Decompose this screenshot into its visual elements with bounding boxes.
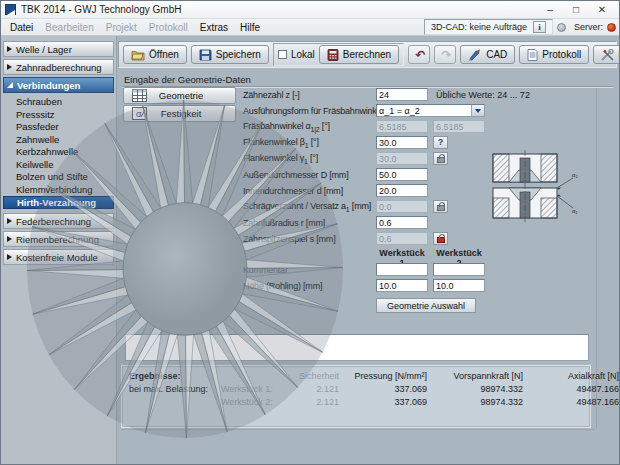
alpha2-label: α₂: [572, 172, 578, 178]
chevron-right-icon: [7, 254, 12, 260]
sidebar-item-schrauben[interactable]: Schrauben: [3, 96, 114, 109]
calc-group: Lokal Berechnen: [273, 43, 404, 66]
inner-diameter-input[interactable]: [376, 184, 428, 197]
sidebar: Welle / Lager Zahnradberechnung Verbindu…: [1, 36, 117, 464]
workpiece1-axial: 49487.166: [523, 384, 619, 394]
chevron-right-icon: [7, 218, 12, 224]
cad-led-icon: [557, 23, 566, 32]
open-button[interactable]: Öffnen: [123, 45, 187, 64]
cad-button[interactable]: CAD: [460, 45, 515, 64]
results-panel: Ergebnisse: Sicherheit Pressung [N/mm²] …: [122, 366, 590, 427]
height-input-2[interactable]: [433, 279, 485, 292]
app-icon: [5, 4, 16, 15]
toolbar: Öffnen Speichern Lokal Berechnen ↶ ↷: [118, 41, 617, 68]
pressure-header: Pressung [N/mm²]: [339, 371, 427, 381]
sidebar-item-hirth-verzahnung[interactable]: Hirth-Verzahnung: [3, 196, 114, 209]
panel-edge: [121, 429, 595, 430]
close-button[interactable]: ✕: [589, 2, 615, 18]
menu-protokoll: Protokoll: [143, 21, 194, 34]
lock-button[interactable]: [433, 152, 448, 165]
minimize-button[interactable]: –: [537, 2, 563, 18]
load-case-label: bei max. Belastung:: [129, 384, 221, 394]
geometry-tab-button[interactable]: Geometrie: [123, 87, 236, 104]
svg-text:σ: σ: [136, 109, 142, 119]
lock-icon: [437, 157, 445, 163]
workpiece2-safety: 2.121: [291, 397, 339, 407]
coupling-cross-section-drawing: α₂ α₁: [489, 150, 581, 238]
protocol-button[interactable]: Protokoll: [519, 45, 589, 64]
sidebar-section-verbindungen[interactable]: Verbindungen: [3, 77, 114, 93]
local-checkbox[interactable]: [278, 50, 287, 59]
comment-label: Kommentar: [243, 265, 376, 275]
redo-button: ↷: [434, 45, 456, 64]
execution-form-select[interactable]: α_1 = α_2: [376, 104, 485, 117]
menu-datei[interactable]: Datei: [4, 21, 39, 34]
info-icon[interactable]: i: [533, 21, 546, 33]
open-folder-icon: [131, 49, 145, 61]
height-label: Höhe (Rohling) [mm]: [243, 281, 376, 291]
sidebar-section-federberechnung[interactable]: Federberechnung: [3, 213, 114, 229]
sidebar-item-klemmverbindung[interactable]: Klemmverbindung: [3, 184, 114, 197]
sidebar-item-keilwelle[interactable]: Keilwelle: [3, 159, 114, 172]
lock-button-locked[interactable]: [433, 232, 448, 245]
sidebar-section-zahnradberechnung[interactable]: Zahnradberechnung: [3, 59, 114, 75]
menu-projekt: Projekt: [100, 21, 143, 34]
document-icon: [527, 49, 538, 61]
verbindungen-items: Schrauben Presssitz Passfeder Zahnwelle …: [3, 96, 114, 209]
sidebar-item-kerbzahnwelle[interactable]: Kerbzahnwelle: [3, 146, 114, 159]
sidebar-item-zahnwelle[interactable]: Zahnwelle: [3, 134, 114, 147]
flank-gamma-label: Flankenwinkel γ1 [°]: [243, 153, 376, 165]
chevron-expanded-icon: [7, 82, 13, 88]
maximize-button[interactable]: □: [563, 2, 589, 18]
menu-hilfe[interactable]: Hilfe: [234, 21, 266, 34]
save-button[interactable]: Speichern: [191, 45, 269, 64]
row-flank-beta: Flankenwinkel β1 [°] ?: [243, 136, 611, 149]
dropdown-arrow-icon[interactable]: [471, 105, 484, 116]
comment-input-1[interactable]: [376, 263, 428, 276]
root-radius-input[interactable]: [376, 216, 428, 229]
sidebar-item-presssitz[interactable]: Presssitz: [3, 109, 114, 122]
sidebar-section-riemenberechnung[interactable]: Riemenberechnung: [3, 231, 114, 247]
comment-input-2[interactable]: [433, 263, 485, 276]
sidebar-item-bolzen-und-stifte[interactable]: Bolzen und Stifte: [3, 171, 114, 184]
axial-header: Axialkraft [N]: [523, 371, 619, 381]
mill-angle-label: Fräsbahnwinkel α1|2 [°]: [243, 121, 376, 133]
menu-extras[interactable]: Extras: [194, 21, 234, 34]
tip-clearance-label: Zahnspitzenspiel s [mm]: [243, 234, 376, 244]
save-disk-icon: [199, 49, 212, 61]
outer-diameter-label: Außendurchmesser D [mm]: [243, 170, 376, 180]
outer-diameter-input[interactable]: [376, 168, 428, 181]
helix-offset-label: Schrägverzahnt / Versatz a1 [mm]: [243, 201, 376, 213]
lock-button[interactable]: [433, 200, 448, 213]
sidebar-section-welle-lager[interactable]: Welle / Lager: [3, 41, 114, 57]
flank-beta-input[interactable]: [376, 136, 428, 149]
settings-button[interactable]: Einstellungen: [593, 45, 620, 64]
table-grid-icon: [132, 89, 147, 102]
tools-icon: [601, 49, 614, 61]
sidebar-item-passfeder[interactable]: Passfeder: [3, 121, 114, 134]
sigma-icon: σ: [132, 107, 147, 120]
teeth-label: Zähnezahl z [-]: [243, 90, 376, 100]
help-question-button[interactable]: ?: [433, 136, 448, 149]
chevron-right-icon: [7, 46, 12, 52]
sidebar-section-kostenfreie-module[interactable]: Kostenfreie Module: [3, 249, 114, 265]
safety-header: Sicherheit: [291, 371, 339, 381]
workpiece2-axial: 49487.166: [523, 397, 619, 407]
workpiece1-safety: 2.121: [291, 384, 339, 394]
row-teeth: Zähnezahl z [-] Übliche Werte: 24 ... 72: [243, 88, 611, 101]
height-input-1[interactable]: [376, 279, 428, 292]
teeth-input[interactable]: [376, 88, 428, 101]
geometry-select-button[interactable]: Geometrie Auswahl: [376, 298, 476, 313]
teeth-note: Übliche Werte: 24 ... 72: [436, 90, 530, 100]
inner-diameter-label: Innendurchmesser d [mm]: [243, 186, 376, 196]
workpiece2-row-label: Werkstück 2:: [221, 397, 291, 407]
undo-button[interactable]: ↶: [408, 45, 430, 64]
strength-tab-button[interactable]: σ Festigkeit: [123, 105, 236, 122]
calculate-button[interactable]: Berechnen: [319, 45, 399, 64]
title-bar: TBK 2014 - GWJ Technology GmbH – □ ✕: [1, 1, 619, 19]
message-bar[interactable]: [125, 334, 589, 361]
workpiece1-row-label: Werkstück 1:: [221, 384, 291, 394]
workpiece1-pressure: 337.069: [339, 384, 427, 394]
lock-icon: [437, 205, 445, 211]
chevron-right-icon: [7, 236, 12, 242]
